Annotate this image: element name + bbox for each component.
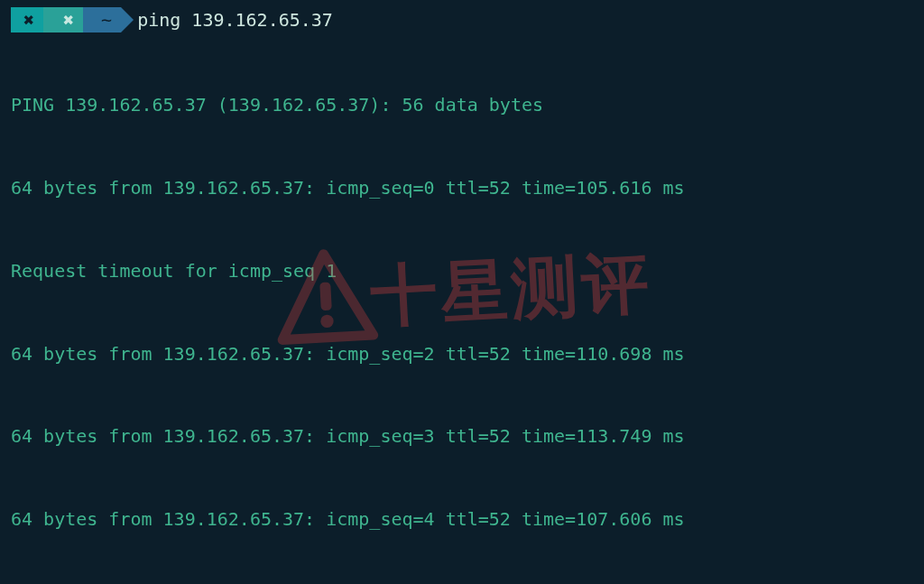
ping-line: 64 bytes from 139.162.65.37: icmp_seq=3 … [11,422,917,450]
prompt-status-segment: ✖ [11,7,43,32]
command-input[interactable]: ping 139.162.65.37 [137,6,333,34]
ping-line: 64 bytes from 139.162.65.37: icmp_seq=4 … [11,505,917,533]
shell-prompt[interactable]: ✖ ✖ ~ ping 139.162.65.37 [11,5,917,34]
prompt-status-glyph: ✖ [23,6,34,34]
prompt-path-segment: ~ [83,7,121,32]
prompt-user-segment: ✖ [43,7,83,32]
ping-line: Request timeout for icmp_seq 1 [11,257,917,285]
prompt-path: ~ [101,6,112,34]
ping-header: PING 139.162.65.37 (139.162.65.37): 56 d… [11,91,917,119]
terminal-output[interactable]: PING 139.162.65.37 (139.162.65.37): 56 d… [11,36,917,584]
ping-line: 64 bytes from 139.162.65.37: icmp_seq=0 … [11,174,917,202]
ping-line: 64 bytes from 139.162.65.37: icmp_seq=2 … [11,340,917,368]
prompt-user-glyph: ✖ [63,6,74,34]
